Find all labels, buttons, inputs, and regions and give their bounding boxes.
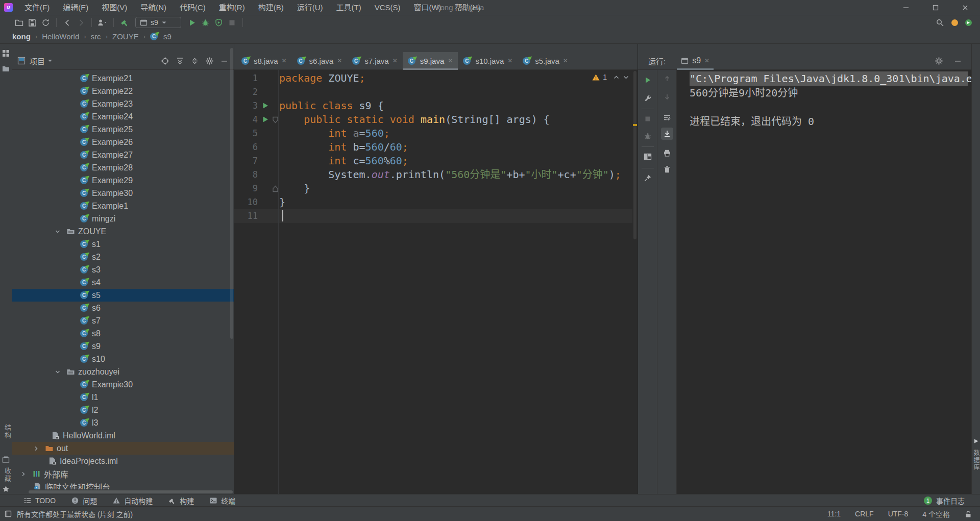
line-separator-widget[interactable]: CRLF — [855, 510, 874, 518]
tree-item-Exampie26[interactable]: CExampie26 — [12, 136, 234, 148]
breadcrumb-item-kong[interactable]: kong — [12, 32, 31, 41]
forward-icon[interactable] — [74, 16, 87, 29]
breadcrumb-item-HelloWorld[interactable]: HelloWorld — [42, 32, 79, 41]
chevron-right-icon[interactable] — [32, 444, 40, 453]
editor-body[interactable]: 1234567891011 package ZOUYE;public class… — [234, 70, 638, 494]
tree-horizontal-scrollbar[interactable] — [29, 490, 233, 493]
print-icon[interactable] — [661, 147, 673, 159]
up-stack-trace-icon[interactable] — [661, 72, 673, 85]
menu-item-9[interactable]: 工具(T) — [329, 0, 368, 15]
tree-item-s3[interactable]: Cs3 — [12, 263, 234, 276]
down-stack-trace-icon[interactable] — [661, 91, 673, 103]
locate-target-icon[interactable] — [161, 57, 169, 65]
rerun-button[interactable] — [642, 74, 654, 86]
database-tool-button[interactable]: 数据库 — [972, 450, 980, 471]
chevron-down-icon[interactable] — [54, 368, 62, 376]
inspection-widget[interactable]: 1 — [592, 73, 629, 81]
tree-item-Exampie30[interactable]: CExampie30 — [12, 378, 234, 391]
build-hammer-icon[interactable] — [118, 16, 131, 29]
back-icon[interactable] — [61, 16, 74, 29]
restore-layout-icon[interactable] — [642, 151, 654, 163]
tool-window-button-构建[interactable]: 构建 — [168, 495, 194, 506]
caret-position-widget[interactable]: 11:1 — [827, 510, 841, 518]
fold-marker-up-icon[interactable] — [272, 185, 279, 192]
menu-item-3[interactable]: 视图(V) — [95, 0, 134, 15]
tree-item-Exampie30[interactable]: CExampie30 — [12, 187, 234, 200]
menu-item-6[interactable]: 重构(R) — [212, 0, 252, 15]
tree-item-s5[interactable]: Cs5 — [12, 289, 234, 302]
pin-tab-icon[interactable] — [642, 172, 654, 184]
minimize-window-icon[interactable] — [891, 0, 921, 15]
breadcrumb-item-src[interactable]: src — [91, 32, 101, 41]
database-stripe-icon[interactable] — [972, 437, 980, 445]
tree-item-s10[interactable]: Cs10 — [12, 353, 234, 365]
hide-panel-icon[interactable] — [220, 57, 229, 65]
project-panel-title[interactable]: 项目 — [30, 56, 45, 66]
tool-window-button-TODO[interactable]: TODO — [23, 495, 56, 506]
tool-window-button-问题[interactable]: 问题 — [71, 495, 97, 506]
lock-icon[interactable] — [964, 510, 972, 518]
search-icon[interactable] — [936, 18, 944, 27]
debug-button-icon[interactable] — [199, 16, 212, 29]
tree-item-Exampie22[interactable]: CExampie22 — [12, 85, 234, 97]
coverage-icon[interactable] — [212, 16, 225, 29]
tree-item-s4[interactable]: Cs4 — [12, 276, 234, 289]
menu-item-4[interactable]: 导航(N) — [134, 0, 173, 15]
encoding-widget[interactable]: UTF-8 — [888, 510, 909, 518]
collapse-all-icon[interactable] — [190, 57, 199, 65]
breadcrumb-item-ZOUYE[interactable]: ZOUYE — [112, 32, 139, 41]
close-icon[interactable]: ✕ — [393, 58, 398, 64]
close-icon[interactable]: ✕ — [507, 58, 512, 64]
breadcrumb-item-s9[interactable]: s9 — [163, 32, 172, 41]
tree-item-mingzi[interactable]: Cmingzi — [12, 212, 234, 225]
tool-window-switcher-icon[interactable] — [4, 510, 12, 518]
project-stripe-icon[interactable] — [2, 49, 10, 58]
favorites-tool-button[interactable]: 收藏 — [0, 467, 12, 483]
tree-item-s1[interactable]: Cs1 — [12, 238, 234, 251]
update-indicator-icon[interactable] — [951, 19, 958, 26]
code-area[interactable]: package ZOUYE;public class s9 { public s… — [279, 70, 632, 494]
console-output[interactable]: "C:\Program Files\Java\jdk1.8.0_301\bin\… — [677, 70, 971, 494]
tree-item-Example1[interactable]: CExample1 — [12, 200, 234, 212]
tree-item-zuozhouyei[interactable]: zuozhouyei — [12, 365, 234, 378]
tree-item-Exampie21[interactable]: CExampie21 — [12, 72, 234, 85]
run-config-selector[interactable]: s9 — [135, 17, 181, 28]
indent-widget[interactable]: 4 个空格 — [922, 509, 950, 519]
close-icon[interactable]: ✕ — [704, 58, 709, 64]
tree-item-外部库[interactable]: 外部库 — [12, 467, 234, 480]
editor-tab-s7.java[interactable]: Cs7.java✕ — [347, 52, 403, 69]
close-icon[interactable]: ✕ — [337, 58, 342, 64]
edit-configuration-icon[interactable] — [642, 92, 654, 105]
rerun-debug-icon[interactable] — [642, 130, 654, 142]
editor-tab-s10.java[interactable]: Cs10.java✕ — [458, 52, 518, 69]
tree-item-IdeaProjects.iml[interactable]: IdeaProjects.iml — [12, 455, 234, 467]
tree-vertical-scrollbar[interactable] — [230, 48, 233, 339]
close-window-icon[interactable] — [950, 0, 980, 15]
menu-item-10[interactable]: VCS(S) — [368, 0, 407, 15]
tool-window-button-终端[interactable]: 终端 — [209, 495, 235, 506]
menu-item-7[interactable]: 构建(B) — [252, 0, 290, 15]
chevron-right-icon[interactable] — [19, 470, 28, 478]
event-log-button[interactable]: 事件日志 — [936, 495, 965, 506]
tree-item-l1[interactable]: Cl1 — [12, 391, 234, 404]
profile-icon[interactable] — [96, 16, 109, 29]
sync-icon[interactable] — [39, 16, 52, 29]
tree-item-Exampie27[interactable]: CExampie27 — [12, 148, 234, 161]
tree-item-ZOUYE[interactable]: ZOUYE — [12, 225, 234, 238]
soft-wrap-icon[interactable] — [661, 111, 673, 123]
tree-item-l3[interactable]: Cl3 — [12, 416, 234, 429]
clear-all-icon[interactable] — [661, 163, 673, 176]
folder-stripe-icon[interactable] — [2, 64, 10, 73]
close-icon[interactable]: ✕ — [282, 58, 287, 64]
menu-item-2[interactable]: 编辑(E) — [56, 0, 95, 15]
run-tab[interactable]: s9 ✕ — [677, 52, 714, 69]
gear-icon[interactable] — [205, 57, 214, 65]
hide-panel-icon[interactable] — [953, 57, 962, 65]
tree-item-s9[interactable]: Cs9 — [12, 340, 234, 353]
save-all-icon[interactable] — [26, 16, 39, 29]
menu-item-8[interactable]: 运行(U) — [290, 0, 330, 15]
run-button-icon[interactable] — [185, 16, 199, 29]
tree-item-Exampie29[interactable]: CExampie29 — [12, 174, 234, 187]
tree-item-s6[interactable]: Cs6 — [12, 302, 234, 314]
stop-button-icon[interactable] — [225, 16, 238, 29]
